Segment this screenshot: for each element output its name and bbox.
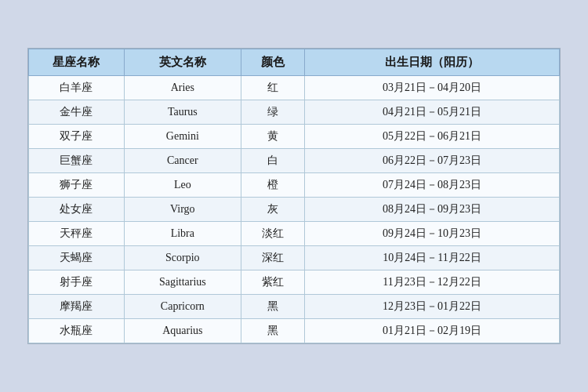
- cell-english-name: Sagittarius: [124, 270, 241, 295]
- cell-birth-date: 12月23日－01月22日: [305, 295, 560, 319]
- table-row: 天蝎座Scorpio深红10月24日－11月22日: [29, 246, 560, 270]
- cell-chinese-name: 处女座: [29, 198, 125, 222]
- cell-chinese-name: 巨蟹座: [29, 149, 125, 173]
- cell-birth-date: 05月22日－06月21日: [305, 125, 560, 149]
- cell-color: 白: [241, 149, 304, 173]
- cell-color: 紫红: [241, 270, 304, 295]
- table-row: 水瓶座Aquarius黑01月21日－02月19日: [29, 319, 560, 343]
- cell-color: 灰: [241, 198, 304, 222]
- table-header-row: 星座名称 英文名称 颜色 出生日期（阳历）: [29, 49, 560, 76]
- header-chinese-name: 星座名称: [29, 49, 125, 76]
- cell-chinese-name: 金牛座: [29, 100, 125, 125]
- cell-color: 绿: [241, 100, 304, 125]
- cell-chinese-name: 摩羯座: [29, 295, 125, 319]
- cell-english-name: Capricorn: [124, 295, 241, 319]
- cell-birth-date: 06月22日－07月23日: [305, 149, 560, 173]
- table-row: 狮子座Leo橙07月24日－08月23日: [29, 173, 560, 198]
- cell-birth-date: 08月24日－09月23日: [305, 198, 560, 222]
- cell-color: 黄: [241, 125, 304, 149]
- cell-color: 深红: [241, 246, 304, 270]
- table-row: 金牛座Taurus绿04月21日－05月21日: [29, 100, 560, 125]
- header-color: 颜色: [241, 49, 304, 76]
- zodiac-table: 星座名称 英文名称 颜色 出生日期（阳历） 白羊座Aries红03月21日－04…: [28, 49, 560, 343]
- table-row: 巨蟹座Cancer白06月22日－07月23日: [29, 149, 560, 173]
- cell-birth-date: 11月23日－12月22日: [305, 270, 560, 295]
- cell-english-name: Scorpio: [124, 246, 241, 270]
- cell-birth-date: 01月21日－02月19日: [305, 319, 560, 343]
- cell-english-name: Aries: [124, 76, 241, 100]
- cell-english-name: Taurus: [124, 100, 241, 125]
- cell-english-name: Leo: [124, 173, 241, 198]
- cell-color: 黑: [241, 295, 304, 319]
- cell-chinese-name: 天秤座: [29, 222, 125, 246]
- cell-chinese-name: 白羊座: [29, 76, 125, 100]
- cell-birth-date: 09月24日－10月23日: [305, 222, 560, 246]
- cell-birth-date: 07月24日－08月23日: [305, 173, 560, 198]
- cell-english-name: Virgo: [124, 198, 241, 222]
- table-row: 白羊座Aries红03月21日－04月20日: [29, 76, 560, 100]
- cell-birth-date: 10月24日－11月22日: [305, 246, 560, 270]
- table-row: 摩羯座Capricorn黑12月23日－01月22日: [29, 295, 560, 319]
- cell-birth-date: 04月21日－05月21日: [305, 100, 560, 125]
- cell-english-name: Cancer: [124, 149, 241, 173]
- cell-english-name: Gemini: [124, 125, 241, 149]
- cell-chinese-name: 天蝎座: [29, 246, 125, 270]
- cell-english-name: Libra: [124, 222, 241, 246]
- table-row: 天秤座Libra淡红09月24日－10月23日: [29, 222, 560, 246]
- cell-color: 橙: [241, 173, 304, 198]
- cell-chinese-name: 水瓶座: [29, 319, 125, 343]
- cell-chinese-name: 射手座: [29, 270, 125, 295]
- cell-color: 红: [241, 76, 304, 100]
- zodiac-table-container: 星座名称 英文名称 颜色 出生日期（阳历） 白羊座Aries红03月21日－04…: [27, 48, 561, 344]
- cell-color: 淡红: [241, 222, 304, 246]
- cell-birth-date: 03月21日－04月20日: [305, 76, 560, 100]
- header-english-name: 英文名称: [124, 49, 241, 76]
- cell-chinese-name: 狮子座: [29, 173, 125, 198]
- table-row: 射手座Sagittarius紫红11月23日－12月22日: [29, 270, 560, 295]
- cell-chinese-name: 双子座: [29, 125, 125, 149]
- table-row: 双子座Gemini黄05月22日－06月21日: [29, 125, 560, 149]
- table-row: 处女座Virgo灰08月24日－09月23日: [29, 198, 560, 222]
- cell-english-name: Aquarius: [124, 319, 241, 343]
- header-birth-date: 出生日期（阳历）: [305, 49, 560, 76]
- cell-color: 黑: [241, 319, 304, 343]
